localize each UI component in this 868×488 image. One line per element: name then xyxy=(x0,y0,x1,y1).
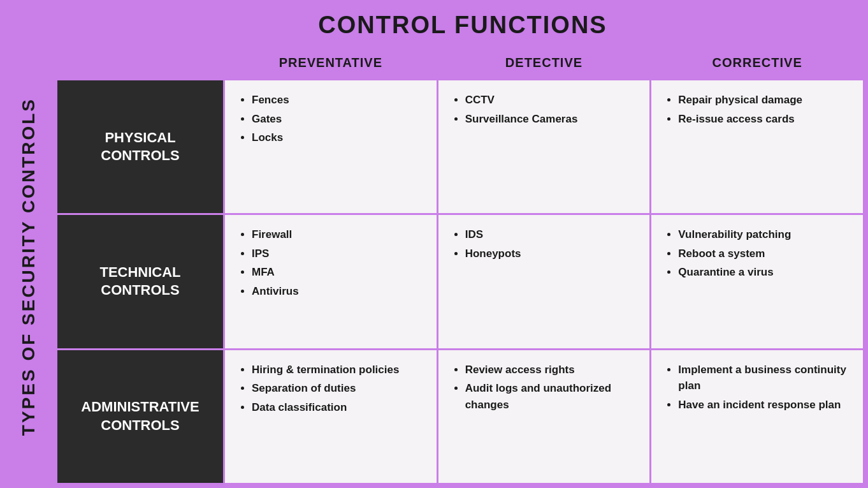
row-label-text-1: TECHNICAL CONTROLS xyxy=(67,263,213,300)
row-label-text-0: PHYSICAL CONTROLS xyxy=(67,129,213,165)
data-row-0: PHYSICAL CONTROLSFencesGatesLocksCCTVSur… xyxy=(57,80,863,213)
col-header-empty xyxy=(57,45,223,80)
cell-list-detective-0: CCTVSurveillance Cameras xyxy=(451,92,578,129)
cell-corrective-0: Repair physical damageRe-issue access ca… xyxy=(651,80,863,213)
cell-item-preventative-1-2: MFA xyxy=(252,264,299,281)
vertical-label: TYPES OF SECURITY CONTROLS xyxy=(18,98,39,436)
cell-detective-0: CCTVSurveillance Cameras xyxy=(438,80,650,213)
col-header-preventative: PREVENTATIVE xyxy=(223,45,437,80)
cell-item-corrective-2-1: Have an incident response plan xyxy=(678,397,850,413)
cell-item-corrective-2-0: Implement a business continuity plan xyxy=(678,362,850,394)
cell-item-detective-1-1: Honeypots xyxy=(465,246,521,262)
data-row-1: TECHNICAL CONTROLSFirewallIPSMFAAntiviru… xyxy=(57,215,863,348)
app-container: CONTROL FUNCTIONS TYPES OF SECURITY CONT… xyxy=(0,0,868,488)
cell-corrective-2: Implement a business continuity planHave… xyxy=(651,350,863,483)
cell-list-preventative-2: Hiring & termination policiesSeparation … xyxy=(238,362,399,418)
col-header-detective: DETECTIVE xyxy=(437,45,650,80)
cell-item-corrective-1-0: Vulnerability patching xyxy=(678,226,791,243)
cell-item-detective-0-0: CCTV xyxy=(465,92,578,108)
cell-preventative-0: FencesGatesLocks xyxy=(225,80,437,213)
cell-item-preventative-2-0: Hiring & termination policies xyxy=(252,362,399,378)
main-content: TYPES OF SECURITY CONTROLS PREVENTATIVE … xyxy=(0,45,868,488)
cell-item-detective-1-0: IDS xyxy=(465,226,521,243)
cell-item-preventative-0-1: Gates xyxy=(252,111,289,128)
cell-item-corrective-0-1: Re-issue access cards xyxy=(678,111,802,128)
data-rows: PHYSICAL CONTROLSFencesGatesLocksCCTVSur… xyxy=(57,80,863,483)
cell-item-preventative-1-0: Firewall xyxy=(252,226,299,243)
cell-detective-1: IDSHoneypots xyxy=(438,215,650,348)
row-label-1: TECHNICAL CONTROLS xyxy=(57,215,223,348)
cell-list-corrective-1: Vulnerability patchingReboot a systemQua… xyxy=(664,226,791,283)
cell-item-preventative-1-3: Antivirus xyxy=(252,283,299,300)
top-header: CONTROL FUNCTIONS xyxy=(0,0,868,45)
cell-item-preventative-2-2: Data classification xyxy=(252,399,399,416)
cell-corrective-1: Vulnerability patchingReboot a systemQua… xyxy=(651,215,863,348)
cell-detective-2: Review access rightsAudit logs and unaut… xyxy=(438,350,650,483)
cell-list-corrective-2: Implement a business continuity planHave… xyxy=(664,362,850,416)
data-row-2: ADMINISTRATIVE CONTROLSHiring & terminat… xyxy=(57,350,863,483)
cell-list-detective-1: IDSHoneypots xyxy=(451,226,521,264)
cell-list-corrective-0: Repair physical damageRe-issue access ca… xyxy=(664,92,802,129)
cell-item-preventative-2-1: Separation of duties xyxy=(252,380,399,397)
cell-item-detective-2-0: Review access rights xyxy=(465,362,637,378)
cell-item-preventative-0-0: Fences xyxy=(252,92,289,108)
vertical-label-container: TYPES OF SECURITY CONTROLS xyxy=(0,45,57,488)
row-label-0: PHYSICAL CONTROLS xyxy=(57,80,223,213)
cell-item-detective-0-1: Surveillance Cameras xyxy=(465,111,578,128)
row-label-text-2: ADMINISTRATIVE CONTROLS xyxy=(67,398,213,434)
cell-list-detective-2: Review access rightsAudit logs and unaut… xyxy=(451,362,637,416)
cell-list-preventative-0: FencesGatesLocks xyxy=(238,92,289,149)
cell-item-corrective-1-1: Reboot a system xyxy=(678,246,791,262)
column-headers: PREVENTATIVE DETECTIVE CORRECTIVE xyxy=(57,45,863,80)
cell-item-preventative-1-1: IPS xyxy=(252,246,299,262)
cell-list-preventative-1: FirewallIPSMFAAntivirus xyxy=(238,226,299,302)
table-area: PREVENTATIVE DETECTIVE CORRECTIVE PHYSIC… xyxy=(57,45,868,488)
cell-preventative-2: Hiring & termination policiesSeparation … xyxy=(225,350,437,483)
cell-item-preventative-0-2: Locks xyxy=(252,129,289,146)
main-title: CONTROL FUNCTIONS xyxy=(318,11,607,38)
cell-item-detective-2-1: Audit logs and unauthorized changes xyxy=(465,380,637,413)
cell-item-corrective-0-0: Repair physical damage xyxy=(678,92,802,108)
cell-preventative-1: FirewallIPSMFAAntivirus xyxy=(225,215,437,348)
cell-item-corrective-1-2: Quarantine a virus xyxy=(678,264,791,281)
col-header-corrective: CORRECTIVE xyxy=(649,45,863,80)
row-label-2: ADMINISTRATIVE CONTROLS xyxy=(57,350,223,483)
